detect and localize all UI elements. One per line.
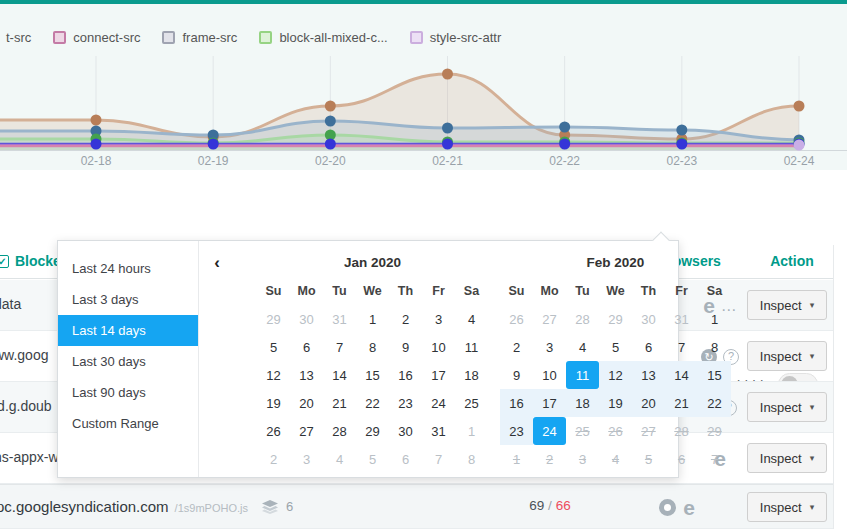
data-point[interactable] bbox=[91, 115, 102, 126]
data-point[interactable] bbox=[325, 101, 336, 112]
calendar-day[interactable]: 5 bbox=[257, 333, 290, 361]
calendar-day[interactable]: 24 bbox=[422, 389, 455, 417]
data-point[interactable] bbox=[794, 101, 805, 112]
calendar-day[interactable]: 4 bbox=[455, 305, 488, 333]
calendar-day: 26 bbox=[599, 417, 632, 445]
calendar-day[interactable]: 31 bbox=[422, 417, 455, 445]
calendar-day[interactable]: 9 bbox=[500, 361, 533, 389]
data-point[interactable] bbox=[559, 139, 570, 150]
calendar-day[interactable]: 7 bbox=[323, 333, 356, 361]
calendar-day[interactable]: 29 bbox=[356, 417, 389, 445]
calendar-day[interactable]: 18 bbox=[455, 361, 488, 389]
data-point[interactable] bbox=[442, 69, 453, 80]
calendar-day[interactable]: 16 bbox=[389, 361, 422, 389]
legend-item[interactable]: t-src bbox=[6, 30, 31, 45]
inspect-button[interactable]: Inspect▾ bbox=[747, 392, 827, 422]
calendar-day[interactable]: 6 bbox=[632, 333, 665, 361]
legend-item[interactable]: connect-src bbox=[53, 30, 140, 45]
calendar-day[interactable]: 6 bbox=[290, 333, 323, 361]
inspect-button[interactable]: Inspect▾ bbox=[747, 290, 827, 320]
date-preset-item[interactable]: Last 90 days bbox=[58, 377, 198, 408]
table-row[interactable]: pc.googlesyndication.com/1s9mPOHO.js 6 6… bbox=[0, 484, 833, 529]
inspect-button[interactable]: Inspect▾ bbox=[747, 341, 827, 371]
calendar-day[interactable]: 14 bbox=[323, 361, 356, 389]
legend-item[interactable]: frame-src bbox=[162, 30, 237, 45]
weekday-label: We bbox=[599, 277, 632, 305]
inspect-button[interactable]: Inspect▾ bbox=[747, 443, 827, 473]
data-point[interactable] bbox=[794, 140, 805, 151]
calendar-day[interactable]: 27 bbox=[290, 417, 323, 445]
calendar-day[interactable]: 8 bbox=[698, 333, 731, 361]
calendar-day[interactable]: 11 bbox=[566, 361, 599, 389]
calendar-day[interactable]: 8 bbox=[356, 333, 389, 361]
calendar-day[interactable]: 5 bbox=[599, 333, 632, 361]
calendar-day[interactable]: 7 bbox=[665, 333, 698, 361]
calendar-day[interactable]: 17 bbox=[533, 389, 566, 417]
data-point[interactable] bbox=[91, 139, 102, 150]
calendar-day[interactable]: 1 bbox=[698, 305, 731, 333]
calendar-day[interactable]: 12 bbox=[599, 361, 632, 389]
data-point[interactable] bbox=[325, 116, 336, 127]
calendar-day[interactable]: 25 bbox=[455, 389, 488, 417]
date-preset-item[interactable]: Last 24 hours bbox=[58, 253, 198, 284]
calendar-prev-icon[interactable]: ‹ bbox=[208, 253, 226, 273]
layers-icon bbox=[262, 500, 278, 514]
calendar-day[interactable]: 15 bbox=[356, 361, 389, 389]
calendar-day[interactable]: 2 bbox=[389, 305, 422, 333]
calendar-day: 6 bbox=[389, 445, 422, 473]
x-tick-label: 02-20 bbox=[295, 154, 365, 168]
inspect-button[interactable]: Inspect▾ bbox=[747, 492, 827, 522]
calendar-day[interactable]: 21 bbox=[665, 389, 698, 417]
calendar-day[interactable]: 26 bbox=[257, 417, 290, 445]
calendar-day[interactable]: 20 bbox=[632, 389, 665, 417]
calendar-day[interactable]: 24 bbox=[533, 417, 566, 445]
date-preset-item[interactable]: Custom Range bbox=[58, 408, 198, 439]
date-preset-item[interactable]: Last 30 days bbox=[58, 346, 198, 377]
data-point[interactable] bbox=[559, 122, 570, 133]
calendar-day[interactable]: 23 bbox=[500, 417, 533, 445]
data-point[interactable] bbox=[676, 125, 687, 136]
calendar-day[interactable]: 19 bbox=[257, 389, 290, 417]
calendar-day[interactable]: 17 bbox=[422, 361, 455, 389]
calendar-day[interactable]: 21 bbox=[323, 389, 356, 417]
legend-item[interactable]: block-all-mixed-c... bbox=[259, 30, 387, 45]
data-point[interactable] bbox=[325, 139, 336, 150]
calendar-day[interactable]: 10 bbox=[533, 361, 566, 389]
calendar-day[interactable]: 16 bbox=[500, 389, 533, 417]
blocked-uri-text: ns-appx-w bbox=[0, 449, 59, 465]
calendar-day[interactable]: 3 bbox=[533, 333, 566, 361]
calendar-day: 25 bbox=[566, 417, 599, 445]
calendar-day[interactable]: 28 bbox=[323, 417, 356, 445]
data-point[interactable] bbox=[442, 139, 453, 150]
date-preset-item[interactable]: Last 3 days bbox=[58, 284, 198, 315]
calendar-day[interactable]: 13 bbox=[632, 361, 665, 389]
calendar-day[interactable]: 11 bbox=[455, 333, 488, 361]
directives-count: 6 bbox=[262, 499, 293, 514]
calendar-day[interactable]: 22 bbox=[356, 389, 389, 417]
calendar-day[interactable]: 19 bbox=[599, 389, 632, 417]
calendar-day[interactable]: 9 bbox=[389, 333, 422, 361]
calendar-day[interactable]: 13 bbox=[290, 361, 323, 389]
calendar-day[interactable]: 23 bbox=[389, 389, 422, 417]
calendar-day[interactable]: 14 bbox=[665, 361, 698, 389]
calendar-day[interactable]: 20 bbox=[290, 389, 323, 417]
calendar-day[interactable]: 10 bbox=[422, 333, 455, 361]
data-point[interactable] bbox=[676, 139, 687, 150]
calendar-day[interactable]: 30 bbox=[389, 417, 422, 445]
calendar-day[interactable]: 22 bbox=[698, 389, 731, 417]
weekday-label: Th bbox=[389, 277, 422, 305]
weekday-label: Mo bbox=[290, 277, 323, 305]
calendar-day: 4 bbox=[599, 445, 632, 473]
calendar-day[interactable]: 12 bbox=[257, 361, 290, 389]
calendar-day[interactable]: 4 bbox=[566, 333, 599, 361]
legend-item[interactable]: style-src-attr bbox=[410, 30, 502, 45]
data-point[interactable] bbox=[208, 139, 219, 150]
calendar-day[interactable]: 15 bbox=[698, 361, 731, 389]
date-preset-item[interactable]: Last 14 days bbox=[58, 315, 198, 346]
x-tick-label: 02-23 bbox=[647, 154, 717, 168]
calendar-day[interactable]: 3 bbox=[422, 305, 455, 333]
calendar-day[interactable]: 2 bbox=[500, 333, 533, 361]
calendar-day[interactable]: 18 bbox=[566, 389, 599, 417]
data-point[interactable] bbox=[442, 123, 453, 134]
calendar-day[interactable]: 1 bbox=[356, 305, 389, 333]
